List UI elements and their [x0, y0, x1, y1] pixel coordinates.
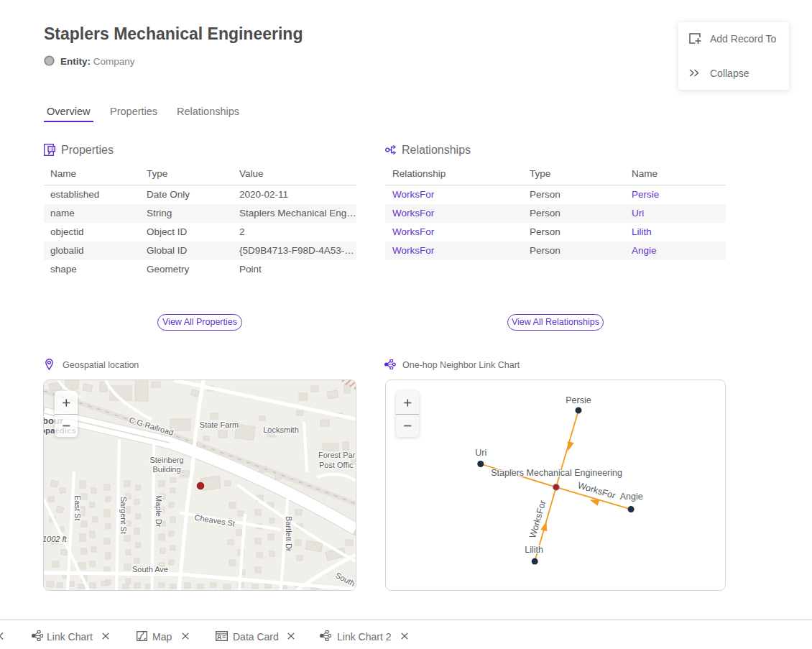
svg-text:Locksmith: Locksmith: [263, 425, 299, 434]
svg-text:Bartlett Dr: Bartlett Dr: [285, 516, 293, 552]
svg-text:Staplers Mechanical Engineerin: Staplers Mechanical Engineering: [491, 468, 622, 478]
svg-text:Maple Dr: Maple Dr: [154, 495, 163, 528]
svg-text:Forest Par: Forest Par: [318, 451, 356, 459]
svg-text:East St: East St: [73, 495, 82, 520]
svg-text:Persie: Persie: [566, 395, 591, 405]
svg-text:Sargent St: Sargent St: [119, 497, 128, 534]
svg-text:Post Offic: Post Offic: [319, 461, 354, 469]
svg-text:WorksFor: WorksFor: [576, 480, 617, 501]
svg-text:Steinberg: Steinberg: [149, 456, 183, 464]
svg-text:Lilith: Lilith: [525, 545, 543, 555]
svg-text:WorksFor: WorksFor: [527, 500, 548, 540]
svg-text:State Farm: State Farm: [200, 420, 239, 429]
svg-text:1002 ft: 1002 ft: [44, 535, 68, 543]
svg-text:Uri: Uri: [475, 448, 486, 458]
svg-text:Building: Building: [152, 465, 180, 474]
svg-text:South Ave: South Ave: [132, 565, 168, 574]
svg-text:Angie: Angie: [620, 492, 643, 502]
